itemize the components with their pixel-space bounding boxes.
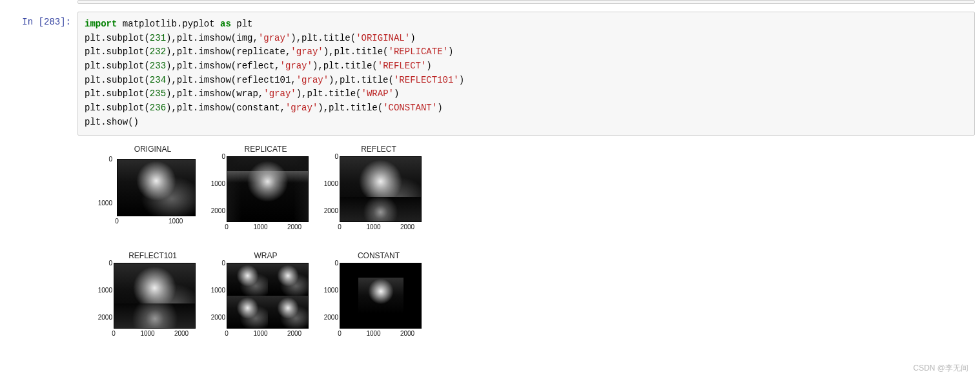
code-number: 236 [150,103,166,113]
code-text: ),plt.title( [312,61,378,71]
code-number: 234 [150,75,166,85]
in-label: In [22,17,38,27]
input-prompt: In [283]: [0,12,77,27]
ytick: 0 [312,259,338,266]
code-text: ) [426,61,431,71]
code-string: 'CONSTANT' [383,103,437,113]
code-string: 'gray' [258,33,291,43]
ytick: 1000 [199,179,225,187]
subplot-original: ORIGINAL 0 1000 0 1000 [87,145,199,245]
subplot-reflect: REFLECT 0 1000 2000 0 1000 2000 [312,145,425,245]
code-string: 'gray' [296,75,329,85]
plot-axes [340,263,422,329]
xtick: 1000 [253,223,267,230]
output-cell: ORIGINAL 0 1000 0 1000 REPLICATE [0,141,980,351]
ytick: 2000 [312,313,338,320]
ytick: 1000 [199,286,225,293]
code-text: ),plt.imshow(replicate, [166,46,291,57]
plot-axes [340,156,422,222]
code-text: plt [231,19,253,29]
xtick: 1000 [366,330,380,337]
ytick: 2000 [87,313,112,320]
plot-axes [227,156,309,222]
code-text: ),plt.imshow(wrap, [166,88,263,99]
code-number: 232 [150,46,166,57]
in-number: [283]: [39,17,71,27]
subplot-reflect101: REFLECT101 0 1000 2000 0 1000 2000 [87,251,199,351]
xtick: 2000 [400,223,414,230]
code-text: plt.subplot( [85,61,150,71]
ytick: 2000 [199,207,225,214]
code-number: 235 [150,88,166,99]
xtick: 0 [112,330,116,337]
code-text: ) [410,33,415,43]
code-cell: In [283]: import matplotlib.pyplot as pl… [0,12,980,136]
code-text: ),plt.imshow(reflect, [166,61,280,71]
code-text: plt.show() [85,117,139,127]
ytick: 1000 [87,286,112,293]
plot-image [358,278,403,314]
code-text: plt.subplot( [85,75,150,85]
code-string: 'gray' [291,46,323,57]
keyword-as: as [220,19,231,29]
code-string: 'WRAP' [362,88,394,99]
xtick: 1000 [168,218,183,225]
code-text: ),plt.title( [323,46,389,57]
xtick: 1000 [140,330,154,337]
code-text: ),plt.title( [291,33,356,43]
code-number: 231 [150,33,166,43]
xtick: 2000 [287,330,301,337]
subplot-replicate: REPLICATE 0 1000 2000 0 1000 2000 [199,145,312,245]
plot-image [227,263,308,328]
plot-image [117,159,195,216]
xtick: 0 [225,330,229,337]
ytick: 0 [312,152,338,159]
keyword-import: import [85,19,117,29]
subplot-constant: CONSTANT 0 1000 2000 0 1000 2000 [312,251,425,351]
plot-grid: ORIGINAL 0 1000 0 1000 REPLICATE [87,145,425,351]
plot-axes [114,263,196,329]
xtick: 1000 [253,330,267,337]
code-string: 'ORIGINAL' [356,33,410,43]
plot-image [114,263,195,328]
code-string: 'gray' [280,61,312,71]
xtick: 0 [338,330,342,337]
code-text: plt.subplot( [85,103,150,113]
code-string: 'REFLECT101' [394,75,459,85]
ytick: 1000 [312,286,338,293]
matplotlib-output: ORIGINAL 0 1000 0 1000 REPLICATE [77,141,425,351]
xtick: 0 [225,223,229,230]
xtick: 2000 [174,330,189,337]
code-text: ) [394,88,399,99]
notebook: In [283]: import matplotlib.pyplot as pl… [0,0,980,351]
ytick: 0 [199,152,225,159]
subplot-wrap: WRAP 0 1000 2000 0 1000 [199,251,312,351]
xtick: 0 [115,218,119,225]
code-text: ) [437,103,442,113]
plot-axes [117,159,196,216]
code-input-area[interactable]: import matplotlib.pyplot as plt plt.subp… [77,12,975,136]
ytick: 1000 [87,199,112,206]
ytick: 0 [199,259,225,266]
xtick: 0 [338,223,342,230]
ytick: 0 [87,155,112,162]
code-text: ) [448,46,453,57]
code-text: ),plt.title( [318,103,383,113]
xtick: 1000 [366,223,380,230]
code-text: ),plt.imshow(img, [166,33,258,43]
xtick: 2000 [400,330,414,337]
code-string: 'gray' [263,88,296,99]
code-text: plt.subplot( [85,46,150,57]
code-text: plt.subplot( [85,33,150,43]
code-text: ),plt.title( [296,88,362,99]
ytick: 0 [87,259,112,266]
code-text: ) [459,75,464,85]
prev-cell-placeholder[interactable] [77,0,975,4]
code-string: 'REFLECT' [378,61,427,71]
code-text: matplotlib.pyplot [117,19,220,29]
ytick: 2000 [312,207,338,214]
code-text: ),plt.imshow(constant, [166,103,285,113]
code-text: plt.subplot( [85,88,150,99]
plot-image [340,157,421,221]
code-number: 233 [150,61,166,71]
